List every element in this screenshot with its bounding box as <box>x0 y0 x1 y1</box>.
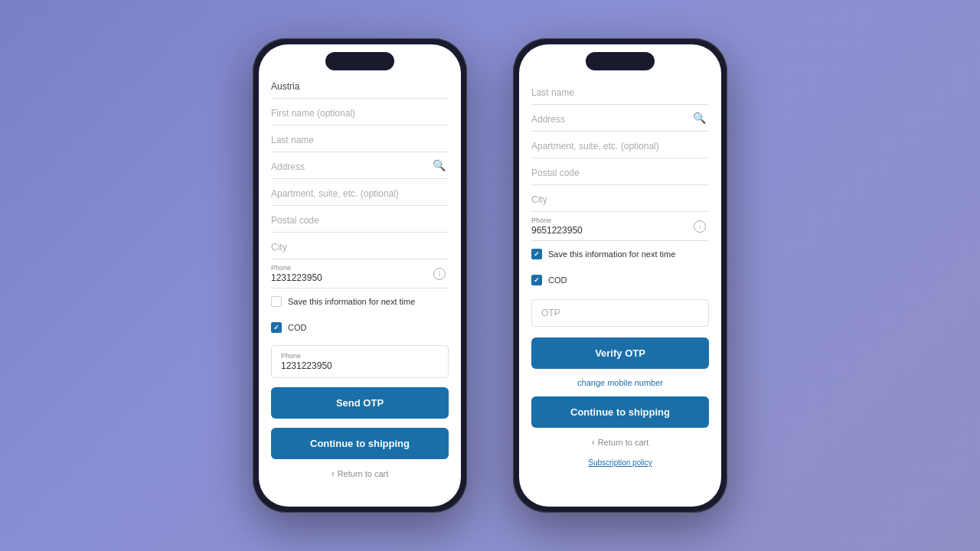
cod-label: COD <box>288 323 306 332</box>
phone2-value: 1231223950 <box>281 360 439 371</box>
phone-screen-1: Austria First name (optional) Last name … <box>259 44 461 507</box>
return-to-cart-link-1[interactable]: ‹ Return to cart <box>271 464 449 484</box>
phone-label: Phone <box>271 264 449 272</box>
continue-shipping-button-2[interactable]: Continue to shipping <box>531 396 709 428</box>
address-placeholder: Address <box>271 158 449 175</box>
country-field[interactable]: Austria <box>271 78 449 99</box>
phone-value-2: 9651223950 <box>531 225 709 236</box>
phone-screen-2: Last name Address 🔍 Apartment, suite, et… <box>519 44 721 507</box>
last-name-field-2[interactable]: Last name <box>531 78 709 105</box>
postal-field[interactable]: Postal code <box>271 206 449 233</box>
apartment-field[interactable]: Apartment, suite, etc. (optional) <box>271 179 449 206</box>
phone-label-2: Phone <box>531 217 709 224</box>
phone-device-2: Last name Address 🔍 Apartment, suite, et… <box>513 38 727 513</box>
apartment-placeholder-2: Apartment, suite, etc. (optional) <box>531 138 709 155</box>
first-name-placeholder: First name (optional) <box>271 105 449 122</box>
phone2-label: Phone <box>281 352 439 360</box>
screen-content-2: Last name Address 🔍 Apartment, suite, et… <box>519 44 721 507</box>
city-field[interactable]: City <box>271 233 449 259</box>
screen-content-1: Austria First name (optional) Last name … <box>259 44 461 507</box>
verify-otp-button[interactable]: Verify OTP <box>531 337 709 369</box>
postal-placeholder-2: Postal code <box>531 165 709 181</box>
save-info-label-2: Save this information for next time <box>548 249 675 259</box>
first-name-field[interactable]: First name (optional) <box>271 99 449 126</box>
address-field[interactable]: Address 🔍 <box>271 152 449 179</box>
return-to-cart-link-2[interactable]: ‹ Return to cart <box>531 432 709 452</box>
country-value: Austria <box>271 81 299 92</box>
back-chevron-icon-2: ‹ <box>592 437 595 448</box>
last-name-placeholder-2: Last name <box>531 84 709 101</box>
otp-placeholder: OTP <box>541 308 560 318</box>
save-info-label: Save this information for next time <box>288 297 415 306</box>
phone-info-icon[interactable]: i <box>433 268 446 280</box>
save-info-checkbox-2[interactable] <box>531 249 542 259</box>
change-mobile-link[interactable]: change mobile number <box>531 373 709 392</box>
phone-value: 1231223950 <box>271 272 449 283</box>
city-placeholder: City <box>271 239 449 256</box>
postal-placeholder: Postal code <box>271 212 449 229</box>
phone-field-2[interactable]: Phone 9651223950 i <box>531 212 709 241</box>
send-otp-button[interactable]: Send OTP <box>271 387 449 419</box>
apartment-placeholder: Apartment, suite, etc. (optional) <box>271 185 449 202</box>
otp-field[interactable]: OTP <box>531 299 709 327</box>
postal-field-2[interactable]: Postal code <box>531 158 709 185</box>
last-name-placeholder: Last name <box>271 132 449 148</box>
phone-display-row[interactable]: Phone 1231223950 <box>271 345 449 378</box>
search-icon-2: 🔍 <box>693 112 706 124</box>
search-icon: 🔍 <box>433 159 446 171</box>
phone-info-icon-2[interactable]: i <box>694 220 706 233</box>
address-field-2[interactable]: Address 🔍 <box>531 105 709 132</box>
return-cart-label-1: Return to cart <box>338 469 389 478</box>
cod-row-2[interactable]: COD <box>531 267 709 293</box>
cod-checkbox-2[interactable] <box>531 275 542 285</box>
save-info-row-2[interactable]: Save this information for next time <box>531 241 709 267</box>
subscription-policy-link[interactable]: Subscription policy <box>531 452 709 470</box>
return-cart-label-2: Return to cart <box>598 438 649 447</box>
city-placeholder-2: City <box>531 191 709 208</box>
cod-label-2: COD <box>548 276 567 285</box>
last-name-field[interactable]: Last name <box>271 126 449 152</box>
dynamic-island-2 <box>586 52 655 70</box>
address-placeholder-2: Address <box>531 111 709 128</box>
city-field-2[interactable]: City <box>531 185 709 212</box>
cod-row[interactable]: COD <box>271 315 449 341</box>
back-chevron-icon-1: ‹ <box>332 468 335 479</box>
phone-device-1: Austria First name (optional) Last name … <box>253 38 467 513</box>
dynamic-island-1 <box>325 52 394 70</box>
save-info-row[interactable]: Save this information for next time <box>271 289 449 315</box>
apartment-field-2[interactable]: Apartment, suite, etc. (optional) <box>531 132 709 158</box>
phone-field[interactable]: Phone 1231223950 i <box>271 259 449 289</box>
continue-shipping-button-1[interactable]: Continue to shipping <box>271 428 449 459</box>
cod-checkbox[interactable] <box>271 322 282 333</box>
subscription-policy-label: Subscription policy <box>588 458 652 467</box>
save-info-checkbox[interactable] <box>271 296 282 307</box>
